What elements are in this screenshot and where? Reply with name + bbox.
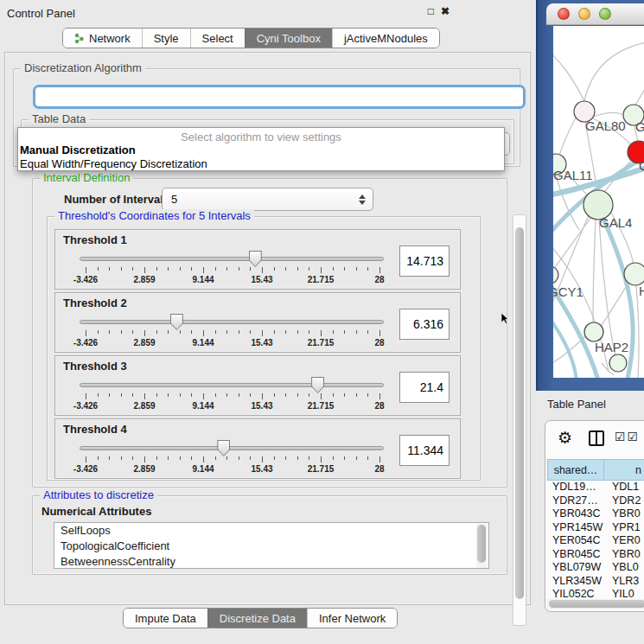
table-row[interactable]: YBR045CYBR0 [547,548,644,562]
minor-tick [309,267,309,271]
network-canvas[interactable]: GAL80GACGAL11GAL4GCY1HHAP2 [553,26,644,378]
table-row[interactable]: YER054CYER0 [547,534,644,548]
tab-style[interactable]: Style [142,29,190,48]
network-node[interactable] [609,354,627,372]
network-edge[interactable] [594,112,628,117]
slider-thumb[interactable] [311,377,324,393]
table-cell[interactable]: YDL19… [547,481,604,494]
tab-select[interactable]: Select [190,29,245,48]
minor-tick [109,393,110,397]
table-cell[interactable]: YBR0 [604,548,644,562]
minimize-traffic-light-icon[interactable] [578,8,590,20]
node-table[interactable]: shared…nYDL19…YDL1YDR27…YDR2YBR043CYBR0Y… [547,459,644,602]
slider-track[interactable] [80,320,384,324]
minor-tick [356,456,357,460]
threshold-value-field[interactable]: 14.713 [399,245,450,277]
table-cell[interactable]: YER0 [604,534,644,548]
slider-track[interactable] [80,446,384,450]
tab-network[interactable]: Network [63,29,142,48]
table-row[interactable]: YPR145WYPR1 [547,521,644,535]
minor-tick [333,330,334,334]
table-cell[interactable]: YDR2 [604,494,644,508]
network-edge[interactable] [636,285,639,378]
table-cell[interactable]: YBR0 [604,507,644,521]
network-edge[interactable] [593,220,596,322]
minor-tick [274,330,275,334]
tab-discretize-data[interactable]: Discretize Data [207,609,307,628]
popup-option-equal-width[interactable]: Equal Width/Frequency Discretization [18,157,504,171]
network-node-hap2[interactable] [584,322,603,341]
table-cell[interactable]: YLR345W [547,575,604,589]
tab-label: jActiveMNodules [344,32,428,45]
minor-tick [274,393,275,397]
table-row[interactable]: YDL19…YDL1 [547,481,644,494]
tab-label: Discretize Data [220,612,296,625]
attribute-list-item[interactable]: TopologicalCoefficient [54,539,488,554]
tab-infer-network[interactable]: Infer Network [307,609,397,628]
network-node-gcy1[interactable] [553,266,558,284]
tick-label: 21.715 [308,401,335,411]
threshold-value-field[interactable]: 21.4 [399,372,450,403]
slider-thumb[interactable] [249,251,262,267]
close-traffic-light-icon[interactable] [558,8,570,20]
slider-thumb[interactable] [170,314,183,330]
table-cell[interactable]: YER054C [547,534,604,548]
table-row[interactable]: YBL079WYBL0 [547,561,644,575]
zoom-traffic-light-icon[interactable] [599,8,611,20]
close-panel-icon[interactable]: ✖ [441,5,450,17]
network-edge[interactable] [558,118,576,158]
algorithm-combobox[interactable] [33,85,526,109]
minor-tick [121,330,122,334]
table-cell[interactable]: YDR27… [547,494,604,508]
minor-tick [344,267,345,271]
table-row[interactable]: YDR27…YDR2 [547,494,644,508]
table-cell[interactable]: YBL0 [604,561,644,575]
node-label: GAL4 [599,215,632,230]
table-row[interactable]: YLR345WYLR3 [547,575,644,589]
numerical-attributes-list[interactable]: SelfLoopsTopologicalCoefficientBetweenne… [54,522,489,569]
popup-option-manual[interactable]: Manual Discretization [18,143,504,157]
network-edge[interactable] [584,41,644,101]
table-cell[interactable]: YPR145W [547,521,604,535]
scrollbar-thumb[interactable] [515,227,524,599]
slider-track[interactable] [80,257,384,261]
tab-jactivemnodules[interactable]: jActiveMNodules [332,29,439,48]
split-columns-icon[interactable] [589,430,604,446]
float-window-icon[interactable]: □ [428,5,434,17]
attribute-list-item[interactable]: BetweennessCentrality [54,554,488,569]
minor-tick [132,267,133,271]
table-cell[interactable]: YBR043C [547,507,604,521]
slider-track[interactable] [80,383,384,387]
table-panel: ⚙ ☑☑ shared…nYDL19…YDL1YDR27…YDR2YBR043C… [545,420,644,612]
gear-icon[interactable]: ⚙ [558,428,572,448]
minor-tick [191,267,192,271]
threshold-value-field[interactable]: 6.316 [399,309,450,340]
number-of-intervals-combobox[interactable]: 5 [162,188,373,211]
attributes-scrollbar[interactable] [476,524,488,568]
column-header[interactable]: n [604,459,644,481]
vertical-scrollbar[interactable] [513,214,526,626]
slider-thumb[interactable] [217,440,230,456]
table-cell[interactable]: YBL079W [547,561,604,575]
node-label: GA [635,119,644,134]
network-edge[interactable] [553,52,584,101]
table-cell[interactable]: YLR3 [604,575,644,589]
table-cell[interactable]: YPR1 [604,521,644,535]
tab-cyni-toolbox[interactable]: Cyni Toolbox [245,29,332,48]
table-cell[interactable]: YDL1 [604,481,644,494]
tab-impute-data[interactable]: Impute Data [124,609,207,628]
table-cell[interactable]: YBR045C [547,548,604,562]
attribute-list-item[interactable]: SelfLoops [54,523,488,539]
table-horizontal-scrollbar[interactable] [547,599,644,609]
checkboxes-icon[interactable]: ☑☑ [615,430,640,443]
minor-tick [215,330,216,334]
column-header[interactable]: shared… [547,459,604,481]
table-row[interactable]: YBR043CYBR0 [547,507,644,521]
scrollbar-thumb[interactable] [549,600,644,608]
network-window-titlebar[interactable] [546,3,644,25]
network-node-h[interactable] [624,263,644,285]
threshold-label: Threshold 3 [63,360,127,373]
major-tick [86,267,86,273]
interval-definition-group: Interval Definition Number of Intervals … [32,178,507,488]
threshold-value-field[interactable]: 11.344 [399,435,450,466]
